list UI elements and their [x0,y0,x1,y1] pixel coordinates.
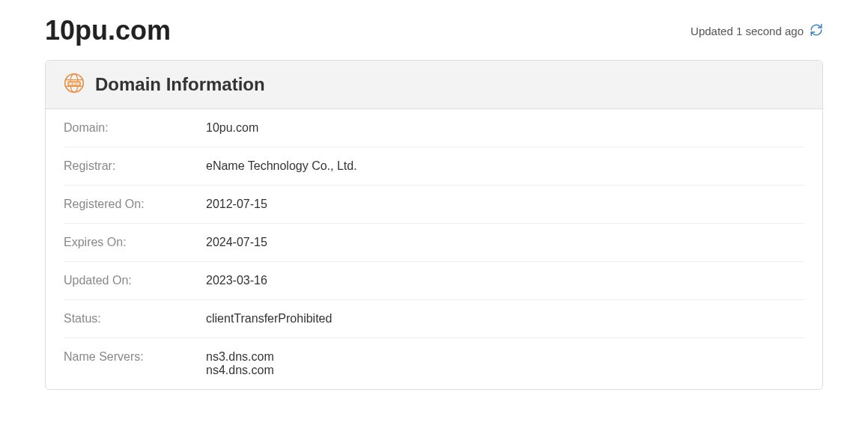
row-label: Status: [64,312,206,326]
www-icon: WWW [64,73,85,97]
panel-title: Domain Information [95,74,265,95]
row-value: 2012-07-15 [206,198,267,211]
updated-status: Updated 1 second ago [691,23,823,39]
row-value: 2024-07-15 [206,236,267,249]
table-row: Status: clientTransferProhibited [64,300,804,338]
row-label: Updated On: [64,274,206,287]
page-title: 10pu.com [45,15,171,46]
table-row: Registered On: 2012-07-15 [64,186,804,224]
row-value: eName Technology Co., Ltd. [206,159,357,173]
table-row: Domain: 10pu.com [64,109,804,147]
row-label: Registrar: [64,159,206,173]
row-label: Registered On: [64,198,206,211]
row-value: ns3.dns.com ns4.dns.com [206,350,274,377]
table-row: Registrar: eName Technology Co., Ltd. [64,147,804,186]
svg-text:WWW: WWW [69,82,80,86]
table-row: Expires On: 2024-07-15 [64,224,804,262]
panel-header: WWW Domain Information [46,61,822,109]
row-label: Name Servers: [64,350,206,377]
row-label: Domain: [64,121,206,135]
updated-text: Updated 1 second ago [691,25,804,37]
table-row: Name Servers: ns3.dns.com ns4.dns.com [64,338,804,389]
row-value: 10pu.com [206,121,258,135]
refresh-icon[interactable] [810,23,823,39]
info-table: Domain: 10pu.com Registrar: eName Techno… [46,109,822,389]
row-value: clientTransferProhibited [206,312,332,326]
row-label: Expires On: [64,236,206,249]
row-value: 2023-03-16 [206,274,267,287]
domain-info-panel: WWW Domain Information Domain: 10pu.com … [45,60,823,390]
table-row: Updated On: 2023-03-16 [64,262,804,300]
